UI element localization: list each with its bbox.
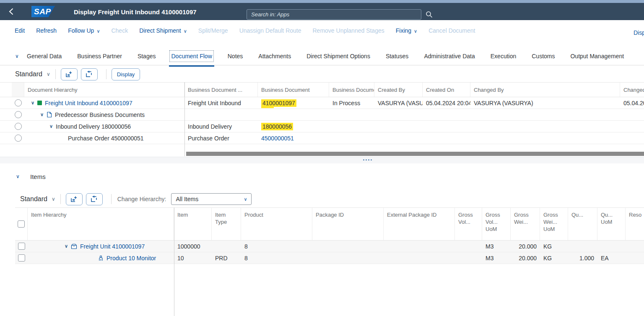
item-link[interactable]: Freight Unit 4100001097 <box>80 243 145 250</box>
panel-splitter[interactable] <box>0 157 644 163</box>
tab-administrative-data[interactable]: Administrative Data <box>423 51 475 61</box>
chevron-down-icon[interactable]: ∨ <box>52 196 55 202</box>
scrollbar-thumb[interactable] <box>186 152 644 156</box>
col-item[interactable]: Item <box>174 208 212 240</box>
col-business-document-status[interactable]: Business Document ... <box>329 83 374 97</box>
follow-up-button[interactable]: Follow Up∨ <box>68 27 100 34</box>
item-link[interactable]: Product 10 Monitor <box>106 255 156 262</box>
col-resource[interactable]: Reso <box>626 208 644 240</box>
col-package-id[interactable]: Package ID <box>312 208 384 240</box>
expand-all-icon <box>65 71 73 78</box>
col-item-hierarchy[interactable]: Item Hierarchy <box>28 208 174 240</box>
action-toolbar: Edit Refresh Follow Up∨ Check Direct Shi… <box>0 20 644 41</box>
back-icon[interactable] <box>8 8 14 15</box>
col-document-hierarchy[interactable]: Document Hierarchy <box>24 83 184 97</box>
change-hierarchy-select[interactable]: All Items ∨ <box>171 193 252 205</box>
table-row: ∨ Inbound Delivery 180000056 Inbound Del… <box>0 121 644 132</box>
expand-all-button[interactable] <box>61 68 78 80</box>
chevron-down-icon[interactable]: ∨ <box>31 101 34 105</box>
direct-shipment-button[interactable]: Direct Shipment∨ <box>139 27 187 34</box>
doc-type-value: Purchase Order <box>188 135 229 142</box>
tab-statuses[interactable]: Statuses <box>385 51 409 61</box>
row-radio[interactable] <box>15 111 22 118</box>
row-checkbox[interactable] <box>18 243 25 250</box>
product-value: 8 <box>244 255 248 262</box>
sap-logo: SAP <box>31 6 55 17</box>
toolbar-separator <box>60 194 61 204</box>
chevron-down-icon[interactable]: ∨ <box>40 112 44 117</box>
col-external-package-id[interactable]: External Package ID <box>384 208 455 240</box>
change-hierarchy-label: Change Hierarchy: <box>117 196 166 202</box>
col-item-type[interactable]: Item Type <box>212 208 241 240</box>
edit-button[interactable]: Edit <box>15 27 25 34</box>
col-product[interactable]: Product <box>241 208 312 240</box>
tab-customs[interactable]: Customs <box>531 51 556 61</box>
tab-business-partner[interactable]: Business Partner <box>76 51 123 61</box>
col-quantity[interactable]: Qu... <box>568 208 597 240</box>
tab-stages[interactable]: Stages <box>137 51 157 61</box>
tab-general-data[interactable]: General Data <box>26 51 62 61</box>
highlight-fragment <box>261 106 274 108</box>
gross-vol-uom-value: M3 <box>486 243 493 250</box>
search-icon[interactable] <box>426 11 433 18</box>
row-radio[interactable] <box>15 99 22 106</box>
fixing-button[interactable]: Fixing∨ <box>396 27 417 34</box>
items-section-title: Items <box>30 173 46 180</box>
tab-direct-shipment-options[interactable]: Direct Shipment Options <box>306 51 371 61</box>
row-checkbox[interactable] <box>18 254 25 262</box>
document-link[interactable]: Freight Unit Inbound 4100001097 <box>45 100 132 106</box>
remove-unplanned-stages-button[interactable]: Remove Unplanned Stages <box>313 27 384 34</box>
doc-number-highlighted: 4100001097 <box>261 99 296 107</box>
collapse-all-button[interactable] <box>81 68 98 80</box>
display-overflow-button[interactable]: Displ <box>634 29 644 36</box>
collapse-all-button[interactable] <box>86 193 103 205</box>
search-input[interactable] <box>247 9 421 20</box>
refresh-button[interactable]: Refresh <box>36 27 57 34</box>
tab-execution[interactable]: Execution <box>490 51 517 61</box>
document-link[interactable]: 4500000051 <box>261 135 294 142</box>
row-selector-header <box>12 83 24 97</box>
view-selector[interactable]: Standard <box>20 195 47 203</box>
chevron-down-icon[interactable]: ∨ <box>47 71 50 77</box>
view-selector[interactable]: Standard <box>15 70 42 78</box>
col-gross-weight[interactable]: Gross Wei... <box>511 208 540 240</box>
created-on-value: 05.04.2024 20:04:21 ... <box>426 100 470 106</box>
col-gross-weight-uom[interactable]: Gross Wei... UoM <box>540 208 568 240</box>
cancel-document-button[interactable]: Cancel Document <box>428 27 475 34</box>
item-type-value: PRD <box>215 255 228 262</box>
status-green-icon <box>37 101 42 105</box>
col-changed-on[interactable]: Changed <box>620 83 644 97</box>
chevron-down-icon[interactable]: ∨ <box>65 244 68 249</box>
column-divider <box>174 207 174 316</box>
row-radio[interactable] <box>15 123 22 130</box>
col-quantity-uom[interactable]: Qu... UoM <box>597 208 626 240</box>
tab-output-management[interactable]: Output Management <box>569 51 625 61</box>
check-button[interactable]: Check <box>111 27 128 34</box>
product-value: 8 <box>244 243 248 250</box>
row-radio[interactable] <box>15 135 22 142</box>
unassign-default-route-button[interactable]: Unassign Default Route <box>239 27 301 34</box>
col-business-document-type[interactable]: Business Document ... <box>184 83 258 97</box>
node-label: Predecessor Business Documents <box>55 111 145 118</box>
col-changed-by[interactable]: Changed By <box>470 83 620 97</box>
chevron-down-icon[interactable]: ∨ <box>49 124 53 129</box>
split-merge-button[interactable]: Split/Merge <box>198 27 228 34</box>
col-business-document[interactable]: Business Document <box>258 83 329 97</box>
col-created-on[interactable]: Created On <box>423 83 470 97</box>
col-gross-volume[interactable]: Gross Vol... <box>455 208 482 240</box>
collapse-header-icon[interactable]: ∨ <box>15 53 19 59</box>
tab-attachments[interactable]: Attachments <box>257 51 292 61</box>
col-created-by[interactable]: Created By <box>374 83 423 97</box>
select-all-checkbox[interactable] <box>18 220 25 228</box>
chevron-down-icon[interactable]: ∨ <box>16 174 20 179</box>
splitter-grip-icon[interactable] <box>363 159 372 161</box>
item-value: 1000000 <box>177 243 200 250</box>
display-button[interactable]: Display <box>112 68 140 80</box>
col-gross-volume-uom[interactable]: Gross Vol... UoM <box>482 208 511 240</box>
tab-document-flow[interactable]: Document Flow <box>170 51 213 61</box>
document-flow-table: Document Hierarchy Business Document ...… <box>0 82 644 154</box>
tab-notes[interactable]: Notes <box>227 51 244 61</box>
created-by-value: VASURYA (VASURYA) <box>378 100 423 106</box>
expand-all-button[interactable] <box>66 193 83 205</box>
app-window: SAP Display Freight Unit Inbound 4100001… <box>0 0 644 316</box>
